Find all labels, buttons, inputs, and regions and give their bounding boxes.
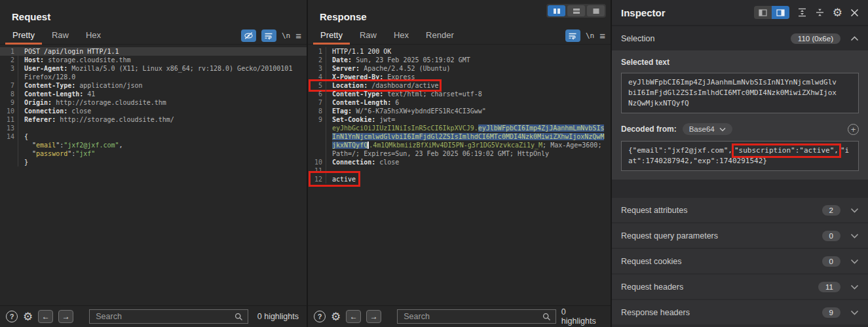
section-request-query-parameters[interactable]: Request query parameters0 bbox=[612, 223, 868, 248]
layout-single-icon bbox=[592, 8, 600, 14]
code-line[interactable]: 1POST /api/login HTTP/1.1 bbox=[0, 47, 307, 56]
code-line[interactable]: 6Content-Type: text/html; charset=utf-8 bbox=[308, 90, 611, 98]
code-line[interactable]: 12active bbox=[308, 175, 611, 183]
settings-gear-icon[interactable]: ⚙ bbox=[331, 311, 341, 322]
line-number: 3 bbox=[308, 64, 326, 73]
code-line[interactable]: 11Referer: http://storage.cloudsite.thm/ bbox=[0, 115, 307, 124]
line-number bbox=[308, 124, 326, 132]
response-highlights-count: 0 highlights bbox=[561, 307, 603, 326]
tab-raw[interactable]: Raw bbox=[43, 28, 77, 45]
code-line[interactable]: 9Origin: http://storage.cloudsite.thm bbox=[0, 98, 307, 107]
request-title: Request bbox=[0, 0, 307, 28]
dock-left-button[interactable] bbox=[754, 6, 772, 19]
tab-pretty[interactable]: Pretty bbox=[4, 28, 43, 45]
editor-menu-icon[interactable]: ≡ bbox=[599, 31, 605, 41]
tab-hex[interactable]: Hex bbox=[385, 28, 417, 45]
code-line[interactable]: 13 bbox=[0, 124, 307, 132]
code-line[interactable]: InN1YnNjcmlwdGlvbiI6ImFjdGl2ZSIsImlhdCI6… bbox=[308, 132, 611, 141]
editor-menu-icon[interactable]: ≡ bbox=[295, 31, 301, 41]
code-line[interactable]: 11 bbox=[308, 166, 611, 175]
code-line[interactable]: eyJhbGciOiJIUzI1NiIsInR5cCI6IkpXVCJ9.eyJ… bbox=[308, 124, 611, 132]
add-decoding-step-button[interactable]: + bbox=[848, 124, 859, 135]
code-line[interactable]: 7Content-Type: application/json bbox=[0, 81, 307, 90]
response-search-input[interactable] bbox=[404, 312, 542, 321]
tab-raw[interactable]: Raw bbox=[351, 28, 385, 45]
line-number: 7 bbox=[0, 81, 18, 90]
search-next-button[interactable]: → bbox=[58, 310, 73, 323]
decoded-text-value[interactable]: {"email":"jxf2@jxf.com","subscription":"… bbox=[621, 141, 859, 171]
code-line[interactable]: Firefox/128.0 bbox=[0, 73, 307, 81]
layout-rows-button[interactable] bbox=[567, 5, 585, 16]
selected-text-value[interactable]: eyJlbWFpbCI6Imp4ZjJAanhmLmNvbSIsInN1YnNj… bbox=[621, 73, 859, 113]
help-icon[interactable]: ? bbox=[6, 311, 18, 322]
collapse-all-button[interactable] bbox=[815, 8, 825, 17]
inspector-title: Inspector bbox=[621, 7, 666, 18]
request-highlights-count: 0 highlights bbox=[257, 312, 299, 321]
decoded-from-label: Decoded from: bbox=[621, 125, 677, 134]
code-line[interactable]: 2Host: storage.cloudsite.thm bbox=[0, 56, 307, 64]
code-line[interactable]: "password":"jxf" bbox=[0, 149, 307, 158]
newline-toggle[interactable]: \n bbox=[282, 31, 290, 40]
chevron-down-icon[interactable] bbox=[850, 233, 859, 239]
layout-rows-icon bbox=[573, 8, 580, 14]
search-prev-button[interactable]: ← bbox=[346, 310, 361, 323]
code-line[interactable]: 3User-Agent: Mozilla/5.0 (X11; Linux x86… bbox=[0, 64, 307, 73]
search-prev-button[interactable]: ← bbox=[38, 310, 53, 323]
search-next-button[interactable]: → bbox=[366, 310, 381, 323]
code-line[interactable]: 10Connection: close bbox=[0, 107, 307, 115]
inspector-settings-gear-icon[interactable]: ⚙ bbox=[833, 7, 842, 18]
section-request-headers[interactable]: Request headers11 bbox=[612, 275, 868, 299]
tab-pretty[interactable]: Pretty bbox=[312, 28, 351, 45]
code-line[interactable]: 8Content-Length: 41 bbox=[0, 90, 307, 98]
line-number bbox=[0, 149, 18, 158]
section-count-badge: 9 bbox=[822, 307, 840, 318]
chevron-down-icon[interactable] bbox=[850, 310, 859, 315]
code-line[interactable]: 1HTTP/1.1 200 OK bbox=[308, 47, 611, 56]
line-number: 1 bbox=[0, 47, 18, 56]
response-editor[interactable]: 1HTTP/1.1 200 OK2Date: Sun, 23 Feb 2025 … bbox=[308, 45, 611, 305]
code-line[interactable]: 5Location: /dashboard/active bbox=[308, 81, 611, 90]
chevron-down-icon[interactable] bbox=[850, 259, 859, 264]
section-response-headers[interactable]: Response headers9 bbox=[612, 300, 868, 324]
word-wrap-toggle[interactable] bbox=[261, 29, 276, 42]
code-line[interactable]: jkxNTQyfQ.4m1QMkbmiizBfXiMv4DI5PN-g3r1DG… bbox=[308, 141, 611, 149]
section-request-cookies[interactable]: Request cookies0 bbox=[612, 249, 868, 273]
line-number: 7 bbox=[308, 98, 326, 107]
code-line[interactable]: 2Date: Sun, 23 Feb 2025 05:19:02 GMT bbox=[308, 56, 611, 64]
settings-gear-icon[interactable]: ⚙ bbox=[23, 311, 33, 322]
layout-columns-button[interactable] bbox=[548, 5, 565, 16]
code-line[interactable]: 3Server: Apache/2.4.52 (Ubuntu) bbox=[308, 64, 611, 73]
selection-section-header[interactable]: Selection 110 (0x6e) bbox=[612, 26, 868, 50]
tab-hex[interactable]: Hex bbox=[77, 28, 109, 45]
request-editor[interactable]: 1POST /api/login HTTP/1.12Host: storage.… bbox=[0, 45, 307, 305]
code-line[interactable]: 7Content-Length: 6 bbox=[308, 98, 611, 107]
inspector-close-button[interactable] bbox=[850, 9, 859, 17]
section-label: Response headers bbox=[621, 308, 690, 317]
code-line[interactable]: 4X-Powered-By: Express bbox=[308, 73, 611, 81]
line-number: 4 bbox=[308, 73, 326, 81]
line-number: 10 bbox=[0, 107, 18, 115]
word-wrap-toggle[interactable] bbox=[565, 29, 580, 42]
tab-render[interactable]: Render bbox=[417, 28, 462, 45]
dock-right-button[interactable] bbox=[772, 6, 789, 19]
code-line[interactable]: "email":"jxf2@jxf.com", bbox=[0, 141, 307, 149]
request-search-input[interactable] bbox=[96, 312, 235, 321]
code-line[interactable]: 14{ bbox=[0, 132, 307, 141]
code-line[interactable]: 10Connection: close bbox=[308, 158, 611, 166]
section-request-attributes[interactable]: Request attributes2 bbox=[612, 198, 868, 222]
code-line[interactable]: 9Set-Cookie: jwt= bbox=[308, 115, 611, 124]
hide-nonprintable-toggle[interactable] bbox=[241, 29, 256, 42]
chevron-down-icon[interactable] bbox=[850, 284, 859, 290]
encoding-dropdown[interactable]: Base64 bbox=[683, 123, 732, 135]
chevron-up-icon[interactable] bbox=[850, 36, 859, 41]
line-number: 3 bbox=[0, 64, 18, 73]
layout-single-button[interactable] bbox=[587, 5, 605, 16]
code-line[interactable]: } bbox=[0, 158, 307, 166]
chevron-down-icon[interactable] bbox=[850, 208, 859, 213]
help-icon[interactable]: ? bbox=[314, 311, 326, 322]
expand-all-button[interactable] bbox=[797, 8, 807, 17]
dock-left-icon bbox=[759, 9, 767, 16]
code-line[interactable]: 8ETag: W/"6-K7a5hsXW+ybdndEFS1Rc4CI3Gww" bbox=[308, 107, 611, 115]
code-line[interactable]: Path=/; Expires=Sun, 23 Feb 2025 06:19:0… bbox=[308, 149, 611, 158]
newline-toggle[interactable]: \n bbox=[586, 31, 594, 40]
